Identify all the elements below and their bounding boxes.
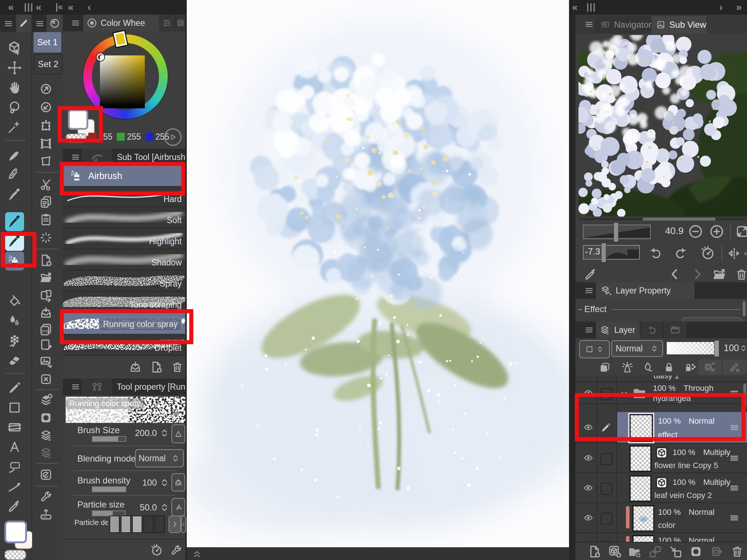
- layer-blend-dropdown[interactable]: Normal: [611, 340, 663, 357]
- new-3d-layer-icon[interactable]: [608, 544, 622, 559]
- visibility-eye-icon[interactable]: [582, 453, 595, 463]
- tool-eraser[interactable]: [5, 351, 24, 370]
- collapse-panel-icon[interactable]: «: [8, 0, 14, 15]
- layer-mask-button[interactable]: [38, 410, 54, 426]
- subview-eyedropper-icon[interactable]: [584, 267, 598, 281]
- zoom-plus-icon[interactable]: [708, 223, 725, 240]
- layer-thumbnail[interactable]: [630, 414, 653, 442]
- visibility-eye-icon[interactable]: [582, 513, 595, 523]
- reset-timer-icon[interactable]: [150, 543, 163, 557]
- layer-thumbnail[interactable]: [630, 446, 651, 472]
- zoom-slider-handle[interactable]: [614, 222, 619, 242]
- tool-move[interactable]: [5, 58, 24, 77]
- settings-button[interactable]: [38, 489, 54, 505]
- layer-row-daisy-partial[interactable]: daisy 1: [617, 376, 747, 381]
- tab-color-wheel[interactable]: Color Whee: [83, 15, 160, 31]
- particle-density-level[interactable]: [109, 516, 165, 533]
- expand-panel-up-icon[interactable]: [192, 549, 202, 559]
- layer-row-hydrangea-folder[interactable]: 100 % Through hydrangea: [576, 382, 747, 404]
- polygon-transform-button[interactable]: [38, 153, 54, 169]
- disable-ruler-button[interactable]: [723, 359, 746, 375]
- new-folder-icon[interactable]: [627, 544, 642, 559]
- tool-decoration[interactable]: [5, 331, 24, 350]
- particle-size-spinner[interactable]: [159, 501, 170, 514]
- tab-navigate[interactable]: [47, 15, 63, 32]
- visibility-eye-icon[interactable]: [582, 422, 595, 432]
- particle-density-expand-button[interactable]: [169, 516, 181, 533]
- duplicate-sub-tool-icon[interactable]: [150, 360, 163, 374]
- sub-tool-item-tone-scraping[interactable]: Tone scraping: [63, 292, 185, 313]
- new-layer-icon[interactable]: [587, 544, 602, 559]
- brush-density-effect-button[interactable]: [171, 473, 185, 491]
- blending-mode-dropdown[interactable]: Normal: [135, 449, 184, 467]
- layer-checkbox[interactable]: [600, 513, 613, 525]
- previous-image-icon[interactable]: [667, 267, 682, 281]
- tool-frame-border[interactable]: [5, 418, 24, 437]
- lock-transparent-icon[interactable]: [684, 361, 697, 374]
- tool-watercolor-brush[interactable]: [5, 232, 24, 251]
- sub-tool-item-droplet[interactable]: Droplet: [63, 335, 185, 356]
- sub-tool-item-soft[interactable]: Soft: [63, 207, 185, 228]
- dock-left-icon[interactable]: |«: [55, 0, 63, 14]
- tool-correct-line[interactable]: [5, 478, 24, 497]
- tool-text[interactable]: [5, 438, 24, 456]
- tab-sub-view[interactable]: Sub View: [651, 16, 706, 34]
- sub-tool-item-highlight[interactable]: Highlight: [63, 228, 185, 249]
- layer-drag-handle-icon[interactable]: [728, 388, 740, 398]
- transform-button[interactable]: [38, 118, 54, 134]
- delete-reference-icon[interactable]: [735, 267, 747, 282]
- color-mode-button[interactable]: [164, 128, 182, 146]
- snap-ruler-button[interactable]: [38, 467, 54, 483]
- layer-thumbnail[interactable]: [632, 535, 654, 542]
- delete-sub-tool-icon[interactable]: [171, 360, 184, 374]
- merge-down-icon[interactable]: [668, 544, 683, 559]
- flip-vertical-icon[interactable]: [743, 246, 747, 261]
- tool-fountain-pen[interactable]: [5, 166, 24, 184]
- opacity-slider-handle[interactable]: [714, 340, 719, 357]
- main-color-swatch[interactable]: [4, 521, 27, 543]
- panel-divider-right-icon[interactable]: |||: [587, 0, 596, 14]
- layer-color-tag[interactable]: [626, 506, 630, 529]
- wheel-main-color-swatch[interactable]: [68, 109, 88, 130]
- close-button[interactable]: [38, 371, 54, 387]
- tab-sub-tool-strokes[interactable]: [82, 149, 112, 166]
- layer-drag-handle-icon[interactable]: [728, 513, 740, 523]
- sub-tool-item-spray[interactable]: Spray: [63, 271, 185, 292]
- brush-density-spinner[interactable]: [159, 476, 170, 489]
- layer-checkbox[interactable]: [600, 388, 613, 400]
- layer-row-flower-line[interactable]: 100 % Multiply flower line Copy 5: [576, 443, 747, 473]
- paste-button[interactable]: [38, 211, 54, 228]
- tab-layer[interactable]: Layer: [596, 322, 640, 338]
- tool-figure[interactable]: [5, 398, 24, 417]
- layer-color-tag[interactable]: [626, 536, 630, 542]
- layer-property-menu-icon[interactable]: [584, 286, 594, 295]
- forward-icon[interactable]: ›: [719, 0, 723, 15]
- layer-thumbnail[interactable]: [632, 505, 654, 532]
- open-reference-icon[interactable]: [711, 267, 727, 282]
- layer-mask-icon[interactable]: [689, 544, 703, 559]
- import-sub-tool-icon[interactable]: [128, 360, 142, 374]
- tool-fill[interactable]: [5, 292, 24, 311]
- tool-selection-pen[interactable]: [5, 378, 24, 397]
- sv-square[interactable]: [100, 55, 145, 108]
- tool-pen[interactable]: [5, 146, 24, 165]
- wheel-transparent-swatch[interactable]: [66, 133, 87, 143]
- delete-layer-icon[interactable]: [730, 544, 744, 559]
- tab-color-set[interactable]: [176, 15, 185, 31]
- layer-drag-handle-icon[interactable]: [728, 453, 740, 463]
- visibility-eye-icon[interactable]: [582, 388, 595, 398]
- export-image-button[interactable]: [38, 354, 54, 370]
- layer-drag-handle-icon[interactable]: [728, 483, 740, 493]
- tool-gradient[interactable]: [5, 272, 24, 291]
- lock-layer-icon[interactable]: [662, 361, 676, 374]
- particle-size-dynamics-button[interactable]: [171, 498, 185, 516]
- layer-thumbnail[interactable]: [630, 475, 651, 502]
- tool-auto-select[interactable]: [5, 117, 24, 136]
- edge-keyboard-button[interactable]: [38, 506, 54, 522]
- new-canvas-button[interactable]: [38, 252, 54, 268]
- rotate-cw-icon[interactable]: [673, 245, 689, 261]
- back-icon[interactable]: ‹: [88, 0, 91, 15]
- color-wheel-menu-icon[interactable]: [71, 18, 80, 28]
- expand-right-icon[interactable]: »: [736, 0, 742, 15]
- tool-hand[interactable]: [5, 78, 24, 97]
